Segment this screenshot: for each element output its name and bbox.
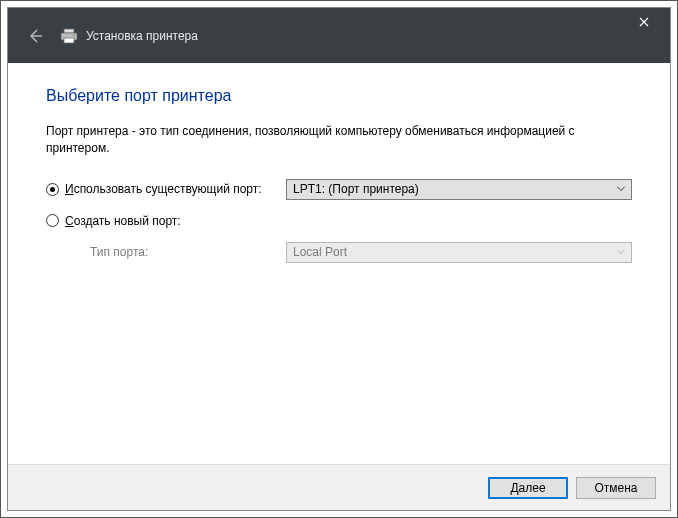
next-button[interactable]: Далее bbox=[488, 477, 568, 499]
close-icon bbox=[639, 17, 649, 27]
existing-port-dropdown[interactable]: LPT1: (Порт принтера) bbox=[286, 179, 632, 200]
radio-create-new[interactable]: Создать новый порт: bbox=[46, 214, 286, 228]
close-button[interactable] bbox=[622, 8, 666, 36]
port-type-row: Тип порта: Local Port bbox=[46, 242, 632, 263]
page-heading: Выберите порт принтера bbox=[46, 87, 632, 105]
page-description: Порт принтера - это тип соединения, позв… bbox=[46, 123, 632, 157]
port-type-dropdown: Local Port bbox=[286, 242, 632, 263]
content-area: Выберите порт принтера Порт принтера - э… bbox=[8, 63, 670, 464]
chevron-down-icon bbox=[617, 187, 625, 192]
existing-port-value: LPT1: (Порт принтера) bbox=[293, 182, 419, 196]
dialog-title: Установка принтера bbox=[86, 29, 198, 43]
next-button-label: Далее bbox=[510, 481, 545, 495]
dialog-header: Установка принтера bbox=[8, 8, 670, 63]
existing-port-row: Использовать существующий порт: LPT1: (П… bbox=[46, 179, 632, 200]
svg-rect-0 bbox=[64, 29, 74, 33]
port-type-value: Local Port bbox=[293, 245, 347, 259]
svg-point-3 bbox=[73, 34, 75, 36]
radio-icon bbox=[46, 214, 59, 227]
chevron-down-icon bbox=[617, 250, 625, 255]
svg-rect-2 bbox=[64, 38, 74, 43]
arrow-left-icon bbox=[27, 28, 43, 44]
radio-use-existing[interactable]: Использовать существующий порт: bbox=[46, 182, 286, 196]
radio-icon bbox=[46, 183, 59, 196]
create-port-row: Создать новый порт: bbox=[46, 214, 632, 228]
cancel-button-label: Отмена bbox=[594, 481, 637, 495]
radio-create-new-label: Создать новый порт: bbox=[65, 214, 181, 228]
cancel-button[interactable]: Отмена bbox=[576, 477, 656, 499]
printer-wizard-dialog: Установка принтера Выберите порт принтер… bbox=[7, 7, 671, 511]
printer-icon bbox=[60, 28, 78, 44]
radio-use-existing-label: Использовать существующий порт: bbox=[65, 182, 262, 196]
port-type-label: Тип порта: bbox=[46, 245, 286, 259]
dialog-footer: Далее Отмена bbox=[8, 464, 670, 510]
back-button[interactable] bbox=[18, 19, 52, 53]
